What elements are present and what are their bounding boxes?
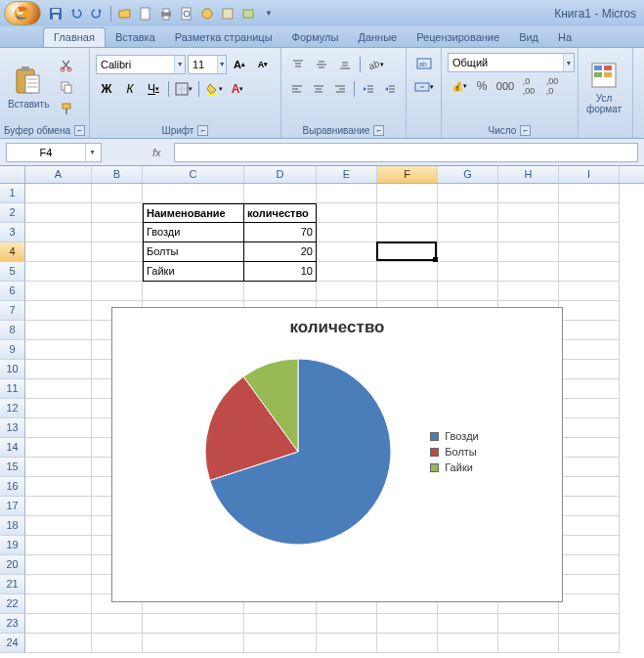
grow-font-button[interactable]: A▴ bbox=[229, 54, 250, 75]
cell-I20[interactable] bbox=[559, 555, 620, 575]
row-header-8[interactable]: 8 bbox=[0, 321, 25, 340]
cell-C24[interactable] bbox=[143, 634, 244, 653]
cell-A1[interactable] bbox=[25, 184, 92, 203]
pie-chart[interactable] bbox=[195, 349, 401, 554]
cell-G5[interactable] bbox=[438, 262, 498, 282]
cell-D4[interactable]: 20 bbox=[244, 242, 317, 262]
align-bottom-button[interactable] bbox=[334, 54, 356, 75]
cell-F4[interactable] bbox=[377, 242, 438, 262]
cell-A5[interactable] bbox=[25, 262, 92, 282]
name-box-input[interactable] bbox=[7, 147, 85, 158]
col-header-I[interactable]: I bbox=[559, 166, 620, 183]
tab-extra[interactable]: На bbox=[548, 28, 581, 47]
cell-H2[interactable] bbox=[498, 203, 559, 223]
row-header-24[interactable]: 24 bbox=[0, 634, 25, 653]
tab-insert[interactable]: Вставка bbox=[106, 28, 165, 47]
shrink-font-button[interactable]: A▾ bbox=[252, 54, 274, 75]
format-painter-button[interactable] bbox=[56, 98, 77, 119]
row-header-7[interactable]: 7 bbox=[0, 301, 25, 321]
cell-A2[interactable] bbox=[25, 203, 92, 223]
row-header-9[interactable]: 9 bbox=[0, 340, 25, 360]
row-header-6[interactable]: 6 bbox=[0, 282, 25, 301]
cell-E4[interactable] bbox=[317, 242, 377, 262]
row-header-17[interactable]: 17 bbox=[0, 497, 25, 516]
cell-G4[interactable] bbox=[438, 242, 498, 262]
qat-save-icon[interactable] bbox=[47, 5, 64, 22]
align-left-button[interactable] bbox=[287, 78, 307, 100]
clipboard-dialog-launcher[interactable]: ⌐ bbox=[74, 125, 85, 136]
cell-B6[interactable] bbox=[92, 282, 143, 301]
tab-data[interactable]: Данные bbox=[348, 28, 407, 47]
increase-indent-button[interactable] bbox=[380, 78, 400, 100]
cell-I11[interactable] bbox=[559, 379, 620, 399]
cell-C1[interactable] bbox=[143, 184, 244, 203]
cell-D6[interactable] bbox=[244, 282, 317, 301]
comma-button[interactable]: 000 bbox=[494, 75, 516, 97]
font-size-input[interactable] bbox=[189, 59, 217, 70]
percent-button[interactable]: % bbox=[471, 75, 493, 97]
cell-A20[interactable] bbox=[25, 555, 92, 575]
cell-G3[interactable] bbox=[438, 223, 498, 242]
cell-C2[interactable]: Наименование bbox=[143, 203, 244, 223]
number-dialog-launcher[interactable]: ⌐ bbox=[520, 125, 531, 136]
col-header-B[interactable]: B bbox=[92, 166, 143, 183]
underline-button[interactable]: Ч▾ bbox=[143, 78, 164, 100]
col-header-C[interactable]: C bbox=[143, 166, 244, 183]
copy-button[interactable] bbox=[56, 76, 77, 98]
cell-A10[interactable] bbox=[25, 360, 92, 379]
cell-E24[interactable] bbox=[317, 634, 377, 653]
tab-formulas[interactable]: Формулы bbox=[282, 28, 349, 47]
cell-B2[interactable] bbox=[92, 203, 143, 223]
cell-B3[interactable] bbox=[92, 223, 143, 242]
chart-title[interactable]: количество bbox=[112, 308, 562, 343]
cell-F24[interactable] bbox=[377, 634, 438, 653]
cell-A19[interactable] bbox=[25, 536, 92, 555]
qat-redo-icon[interactable] bbox=[88, 5, 106, 22]
row-header-20[interactable]: 20 bbox=[0, 555, 25, 575]
row-header-18[interactable]: 18 bbox=[0, 516, 25, 536]
cell-F1[interactable] bbox=[377, 184, 438, 203]
cell-I18[interactable] bbox=[559, 516, 620, 536]
tab-page-layout[interactable]: Разметка страницы bbox=[165, 28, 282, 47]
cell-C4[interactable]: Болты bbox=[143, 242, 244, 262]
legend-item[interactable]: Гайки bbox=[430, 461, 478, 473]
row-header-4[interactable]: 4 bbox=[0, 242, 25, 262]
cell-D23[interactable] bbox=[244, 614, 317, 634]
cell-A11[interactable] bbox=[25, 379, 92, 399]
tab-view[interactable]: Вид bbox=[509, 28, 548, 47]
cell-D3[interactable]: 70 bbox=[244, 223, 317, 242]
cell-H3[interactable] bbox=[498, 223, 559, 242]
cell-E1[interactable] bbox=[317, 184, 377, 203]
row-header-23[interactable]: 23 bbox=[0, 614, 25, 634]
cell-I23[interactable] bbox=[559, 614, 620, 634]
cell-B24[interactable] bbox=[92, 634, 143, 653]
cell-I7[interactable] bbox=[559, 301, 620, 321]
row-header-2[interactable]: 2 bbox=[0, 203, 25, 223]
chevron-down-icon[interactable]: ▼ bbox=[174, 56, 185, 73]
cell-I2[interactable] bbox=[559, 203, 620, 223]
cell-I14[interactable] bbox=[559, 438, 620, 458]
cell-I6[interactable] bbox=[559, 282, 620, 301]
row-header-14[interactable]: 14 bbox=[0, 438, 25, 458]
cell-F2[interactable] bbox=[377, 203, 438, 223]
col-header-E[interactable]: E bbox=[317, 166, 377, 183]
chevron-down-icon[interactable]: ▼ bbox=[563, 54, 574, 71]
row-header-15[interactable]: 15 bbox=[0, 458, 25, 477]
number-format-input[interactable] bbox=[449, 57, 563, 68]
cell-H1[interactable] bbox=[498, 184, 559, 203]
cell-I13[interactable] bbox=[559, 418, 620, 438]
cell-G2[interactable] bbox=[438, 203, 498, 223]
cell-A22[interactable] bbox=[25, 594, 92, 614]
cell-I17[interactable] bbox=[559, 497, 620, 516]
cell-I3[interactable] bbox=[559, 223, 620, 242]
cell-I8[interactable] bbox=[559, 321, 620, 340]
cell-D1[interactable] bbox=[244, 184, 317, 203]
cell-A24[interactable] bbox=[25, 634, 92, 653]
cell-A16[interactable] bbox=[25, 477, 92, 497]
cell-C6[interactable] bbox=[143, 282, 244, 301]
cell-B5[interactable] bbox=[92, 262, 143, 282]
qat-new-icon[interactable] bbox=[137, 5, 154, 22]
row-header-16[interactable]: 16 bbox=[0, 477, 25, 497]
cell-H24[interactable] bbox=[498, 634, 559, 653]
borders-button[interactable]: ▾ bbox=[173, 78, 194, 100]
